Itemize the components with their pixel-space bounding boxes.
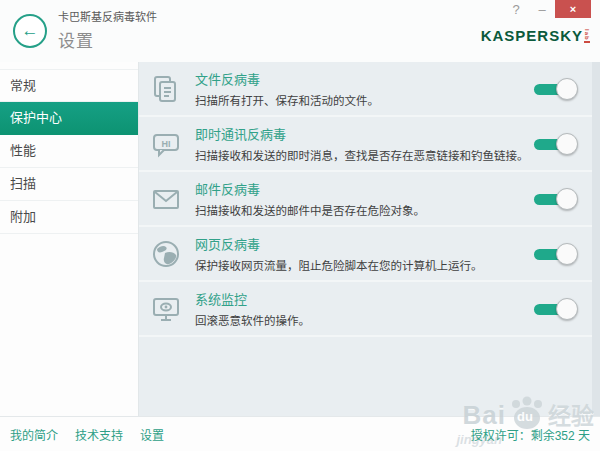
minimize-button[interactable]: – (529, 0, 555, 18)
scrollbar[interactable] (592, 62, 600, 416)
row-title[interactable]: 系统监控 (195, 289, 534, 308)
row-title[interactable]: 即时通讯反病毒 (195, 124, 534, 143)
close-button[interactable]: × (555, 0, 591, 18)
row-description: 扫描所有打开、保存和活动的文件。 (195, 92, 534, 108)
footer-link-settings[interactable]: 设置 (140, 426, 164, 443)
page-title: 设置 (58, 27, 157, 52)
help-button[interactable]: ? (503, 0, 529, 18)
sidebar-item-scan[interactable]: 扫描 (0, 168, 138, 201)
app-title: 卡巴斯基反病毒软件 (58, 8, 157, 24)
toggle-file-antivirus[interactable] (534, 77, 578, 101)
footer-link-my-profile[interactable]: 我的简介 (10, 426, 58, 443)
kaspersky-lab-text: lab (584, 29, 590, 43)
row-title[interactable]: 文件反病毒 (195, 69, 534, 88)
kaspersky-logo: KASPERSKY lab (481, 27, 590, 44)
row-description: 保护接收网页流量，阻止危险脚本在您的计算机上运行。 (195, 257, 534, 273)
sidebar-item-general[interactable]: 常规 (0, 69, 138, 102)
kaspersky-settings-window: ← 卡巴斯基反病毒软件 设置 ? – × KASPERSKY lab 常规 保护… (0, 0, 600, 451)
toggle-system-watcher[interactable] (534, 297, 578, 321)
files-icon (151, 74, 181, 104)
header: ← 卡巴斯基反病毒软件 设置 ? – × KASPERSKY lab (0, 0, 600, 62)
back-button[interactable]: ← (13, 14, 47, 48)
footer-bar: 我的简介 技术支持 设置 授权许可：剩余352 天 (0, 416, 600, 451)
sidebar-item-additional[interactable]: 附加 (0, 201, 138, 234)
toggle-im-antivirus[interactable] (534, 132, 578, 156)
monitor-eye-icon (151, 294, 181, 324)
row-description: 扫描接收和发送的即时消息，查找是否存在恶意链接和钓鱼链接。 (195, 147, 534, 163)
window-controls: ? – × (503, 0, 591, 18)
row-title[interactable]: 邮件反病毒 (195, 179, 534, 198)
toggle-mail-antivirus[interactable] (534, 187, 578, 211)
mail-icon (151, 184, 181, 214)
titles: 卡巴斯基反病毒软件 设置 (58, 8, 157, 52)
row-mail-antivirus[interactable]: 邮件反病毒 扫描接收和发送的邮件中是否存在危险对象。 (139, 172, 592, 227)
globe-icon (151, 239, 181, 269)
im-chat-icon: HI (151, 129, 181, 159)
sidebar-item-performance[interactable]: 性能 (0, 135, 138, 168)
sidebar-item-protection-center[interactable]: 保护中心 (0, 102, 138, 135)
row-file-antivirus[interactable]: 文件反病毒 扫描所有打开、保存和活动的文件。 (139, 62, 592, 117)
license-status: 授权许可：剩余352 天 (471, 426, 590, 443)
row-im-antivirus[interactable]: HI 即时通讯反病毒 扫描接收和发送的即时消息，查找是否存在恶意链接和钓鱼链接。 (139, 117, 592, 172)
toggle-web-antivirus[interactable] (534, 242, 578, 266)
svg-text:HI: HI (162, 138, 171, 148)
row-web-antivirus[interactable]: 网页反病毒 保护接收网页流量，阻止危险脚本在您的计算机上运行。 (139, 227, 592, 282)
row-description: 扫描接收和发送的邮件中是否存在危险对象。 (195, 202, 534, 218)
kaspersky-logo-text: KASPERSKY (481, 27, 583, 44)
row-description: 回滚恶意软件的操作。 (195, 312, 534, 328)
row-system-watcher[interactable]: 系统监控 回滚恶意软件的操作。 (139, 282, 592, 337)
main-area: 常规 保护中心 性能 扫描 附加 (0, 62, 600, 416)
footer-link-support[interactable]: 技术支持 (75, 426, 123, 443)
protection-settings-panel: 文件反病毒 扫描所有打开、保存和活动的文件。 HI (139, 62, 600, 416)
row-title[interactable]: 网页反病毒 (195, 234, 534, 253)
sidebar: 常规 保护中心 性能 扫描 附加 (0, 62, 139, 416)
back-arrow-icon: ← (22, 21, 39, 41)
